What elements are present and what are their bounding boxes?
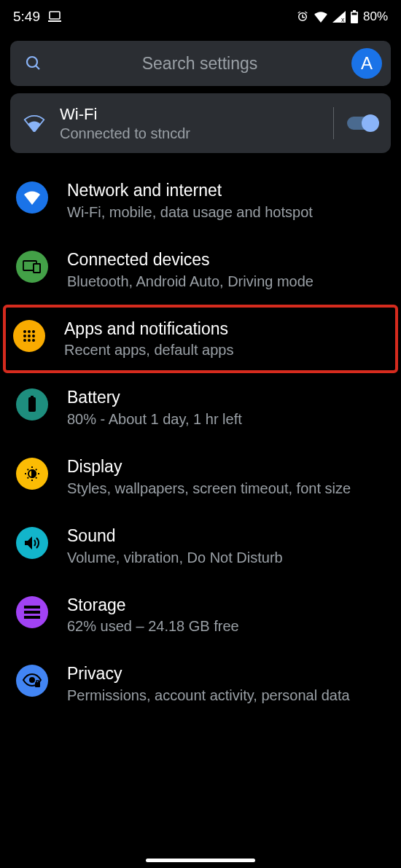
nav-indicator[interactable] [146,859,255,862]
wifi-status-icon [314,11,328,23]
setting-subtitle: Wi-Fi, mobile, data usage and hotspot [67,203,385,222]
svg-text:x: x [341,16,345,23]
svg-rect-28 [36,681,39,683]
setting-title: Battery [67,387,385,408]
apps-icon [13,320,45,352]
setting-subtitle: Volume, vibration, Do Not Disturb [67,548,385,567]
wifi-subtitle: Connected to stncdr [60,125,320,142]
svg-rect-21 [28,397,36,412]
setting-title: Sound [67,525,385,547]
battery-icon-status [350,10,359,23]
svg-point-18 [28,339,31,342]
signal-icon: x [332,11,346,23]
svg-rect-1 [48,20,61,22]
svg-line-7 [36,66,39,69]
divider [333,107,334,139]
svg-rect-25 [24,616,40,619]
status-bar: 5:49 x 80% [0,0,401,31]
svg-point-11 [23,330,26,333]
setting-title: Network and internet [67,180,385,201]
setting-title: Storage [67,595,385,616]
svg-rect-24 [24,611,40,614]
devices-icon [16,251,48,283]
profile-avatar[interactable]: A [351,48,382,79]
svg-point-14 [23,335,26,337]
laptop-icon [47,11,62,23]
setting-connected-devices[interactable]: Connected devices Bluetooth, Android Aut… [6,235,395,305]
privacy-icon [16,665,48,697]
search-settings[interactable]: Search settings A [10,41,391,86]
setting-apps-notifications[interactable]: Apps and notifications Recent apps, defa… [3,305,398,374]
battery-icon [16,388,48,421]
setting-subtitle: Recent apps, default apps [64,340,388,359]
setting-display[interactable]: Display Styles, wallpapers, screen timeo… [6,442,395,512]
svg-point-16 [32,335,35,337]
svg-point-13 [32,330,35,333]
alarm-icon [296,10,309,23]
search-placeholder: Search settings [48,54,351,74]
svg-point-26 [29,677,35,683]
setting-subtitle: 80% - About 1 day, 1 hr left [67,410,385,429]
wifi-icon [16,181,48,214]
svg-point-17 [23,339,26,342]
svg-rect-0 [50,12,60,19]
svg-rect-23 [24,606,40,609]
svg-point-19 [32,339,35,342]
avatar-letter: A [361,53,373,74]
setting-subtitle: Bluetooth, Android Auto, Driving mode [67,272,385,291]
status-time: 5:49 [13,9,40,25]
svg-rect-20 [31,396,34,397]
settings-list: Network and internet Wi-Fi, mobile, data… [0,166,401,719]
battery-percentage: 80% [363,9,388,24]
setting-battery[interactable]: Battery 80% - About 1 day, 1 hr left [6,373,395,442]
wifi-toggle[interactable] [347,117,378,130]
wifi-icon [23,114,60,132]
setting-title: Connected devices [67,249,385,270]
svg-point-12 [28,330,31,333]
storage-icon [16,596,48,628]
setting-subtitle: 62% used – 24.18 GB free [67,617,385,636]
sound-icon [16,527,48,559]
setting-subtitle: Styles, wallpapers, screen timeout, font… [67,479,385,498]
svg-rect-9 [34,264,40,273]
setting-network-internet[interactable]: Network and internet Wi-Fi, mobile, data… [6,166,395,235]
svg-rect-5 [351,13,357,15]
setting-title: Apps and notifications [64,318,388,340]
setting-subtitle: Permissions, account activity, personal … [67,686,385,705]
setting-title: Display [67,456,385,477]
setting-privacy[interactable]: Privacy Permissions, account activity, p… [6,649,395,719]
svg-point-15 [28,335,31,337]
search-icon [19,55,48,72]
svg-rect-3 [353,10,356,12]
setting-sound[interactable]: Sound Volume, vibration, Do Not Disturb [6,512,395,581]
setting-title: Privacy [67,663,385,684]
display-icon [16,458,48,490]
wifi-quick-card[interactable]: Wi-Fi Connected to stncdr [10,93,391,153]
setting-storage[interactable]: Storage 62% used – 24.18 GB free [6,581,395,650]
svg-point-6 [27,57,37,67]
wifi-title: Wi-Fi [60,105,320,124]
